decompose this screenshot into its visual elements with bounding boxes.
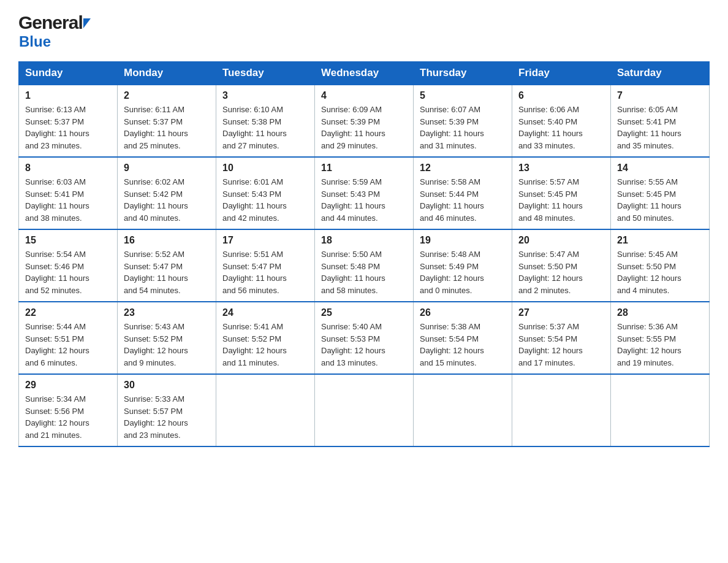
day-info: Sunrise: 5:47 AMSunset: 5:50 PMDaylight:… [518,248,604,296]
day-number: 5 [420,90,506,101]
weekday-header-sunday: Sunday [19,62,118,85]
calendar-cell: 8Sunrise: 6:03 AMSunset: 5:41 PMDaylight… [19,157,118,229]
day-info: Sunrise: 6:05 AMSunset: 5:41 PMDaylight:… [617,104,703,151]
day-number: 21 [617,235,703,246]
calendar-week-2: 8Sunrise: 6:03 AMSunset: 5:41 PMDaylight… [19,157,710,229]
day-number: 1 [25,90,111,101]
day-info: Sunrise: 6:03 AMSunset: 5:41 PMDaylight:… [25,176,111,224]
weekday-header-friday: Friday [512,62,611,85]
calendar-cell: 25Sunrise: 5:40 AMSunset: 5:53 PMDayligh… [315,302,414,374]
weekday-header-row: SundayMondayTuesdayWednesdayThursdayFrid… [19,62,710,85]
weekday-header-wednesday: Wednesday [315,62,414,85]
calendar-table: SundayMondayTuesdayWednesdayThursdayFrid… [18,61,710,447]
day-info: Sunrise: 5:50 AMSunset: 5:48 PMDaylight:… [321,248,407,296]
day-info: Sunrise: 5:38 AMSunset: 5:54 PMDaylight:… [420,321,506,369]
logo-general-text: General [18,12,83,33]
day-info: Sunrise: 5:57 AMSunset: 5:45 PMDaylight:… [518,176,604,224]
calendar-cell: 15Sunrise: 5:54 AMSunset: 5:46 PMDayligh… [19,229,118,302]
day-number: 2 [124,90,210,101]
day-number: 4 [321,90,407,101]
calendar-cell: 9Sunrise: 6:02 AMSunset: 5:42 PMDaylight… [118,157,216,229]
calendar-cell: 5Sunrise: 6:07 AMSunset: 5:39 PMDaylight… [414,85,512,157]
day-info: Sunrise: 5:52 AMSunset: 5:47 PMDaylight:… [124,248,210,296]
day-number: 22 [25,307,111,318]
day-info: Sunrise: 6:10 AMSunset: 5:38 PMDaylight:… [222,104,308,151]
day-number: 9 [124,163,210,174]
day-number: 8 [25,163,111,174]
day-number: 6 [518,90,604,101]
day-number: 30 [124,380,210,391]
calendar-cell: 4Sunrise: 6:09 AMSunset: 5:39 PMDaylight… [315,85,414,157]
calendar-cell: 27Sunrise: 5:37 AMSunset: 5:54 PMDayligh… [512,302,611,374]
calendar-cell: 16Sunrise: 5:52 AMSunset: 5:47 PMDayligh… [118,229,216,302]
calendar-week-4: 22Sunrise: 5:44 AMSunset: 5:51 PMDayligh… [19,302,710,374]
day-number: 7 [617,90,703,101]
day-number: 24 [222,307,308,318]
day-info: Sunrise: 6:13 AMSunset: 5:37 PMDaylight:… [25,104,111,151]
weekday-header-saturday: Saturday [611,62,710,85]
day-number: 17 [222,235,308,246]
day-info: Sunrise: 6:02 AMSunset: 5:42 PMDaylight:… [124,176,210,224]
calendar-week-1: 1Sunrise: 6:13 AMSunset: 5:37 PMDaylight… [19,85,710,157]
calendar-cell: 13Sunrise: 5:57 AMSunset: 5:45 PMDayligh… [512,157,611,229]
calendar-cell: 26Sunrise: 5:38 AMSunset: 5:54 PMDayligh… [414,302,512,374]
day-info: Sunrise: 5:44 AMSunset: 5:51 PMDaylight:… [25,321,111,369]
day-number: 25 [321,307,407,318]
day-number: 14 [617,163,703,174]
day-info: Sunrise: 5:40 AMSunset: 5:53 PMDaylight:… [321,321,407,369]
logo-blue-text: Blue [19,33,51,50]
day-number: 11 [321,163,407,174]
weekday-header-monday: Monday [118,62,216,85]
calendar-cell: 23Sunrise: 5:43 AMSunset: 5:52 PMDayligh… [118,302,216,374]
calendar-cell: 3Sunrise: 6:10 AMSunset: 5:38 PMDaylight… [216,85,315,157]
day-info: Sunrise: 5:58 AMSunset: 5:44 PMDaylight:… [420,176,506,224]
calendar-cell: 18Sunrise: 5:50 AMSunset: 5:48 PMDayligh… [315,229,414,302]
day-number: 28 [617,307,703,318]
calendar-cell: 12Sunrise: 5:58 AMSunset: 5:44 PMDayligh… [414,157,512,229]
day-info: Sunrise: 6:11 AMSunset: 5:37 PMDaylight:… [124,104,210,151]
day-info: Sunrise: 5:36 AMSunset: 5:55 PMDaylight:… [617,321,703,369]
day-info: Sunrise: 5:34 AMSunset: 5:56 PMDaylight:… [25,393,111,441]
calendar-cell [611,374,710,446]
day-number: 19 [420,235,506,246]
calendar-cell: 28Sunrise: 5:36 AMSunset: 5:55 PMDayligh… [611,302,710,374]
calendar-week-3: 15Sunrise: 5:54 AMSunset: 5:46 PMDayligh… [19,229,710,302]
calendar-cell: 14Sunrise: 5:55 AMSunset: 5:45 PMDayligh… [611,157,710,229]
day-number: 12 [420,163,506,174]
calendar-cell: 21Sunrise: 5:45 AMSunset: 5:50 PMDayligh… [611,229,710,302]
day-number: 27 [518,307,604,318]
day-number: 29 [25,380,111,391]
calendar-cell: 7Sunrise: 6:05 AMSunset: 5:41 PMDaylight… [611,85,710,157]
calendar-cell [315,374,414,446]
calendar-cell: 10Sunrise: 6:01 AMSunset: 5:43 PMDayligh… [216,157,315,229]
calendar-cell: 30Sunrise: 5:33 AMSunset: 5:57 PMDayligh… [118,374,216,446]
day-number: 18 [321,235,407,246]
day-number: 15 [25,235,111,246]
calendar-week-5: 29Sunrise: 5:34 AMSunset: 5:56 PMDayligh… [19,374,710,446]
day-number: 10 [222,163,308,174]
calendar-cell: 17Sunrise: 5:51 AMSunset: 5:47 PMDayligh… [216,229,315,302]
logo-general: General [18,12,91,33]
day-number: 26 [420,307,506,318]
calendar-cell: 11Sunrise: 5:59 AMSunset: 5:43 PMDayligh… [315,157,414,229]
day-info: Sunrise: 5:45 AMSunset: 5:50 PMDaylight:… [617,248,703,296]
day-number: 23 [124,307,210,318]
logo-arrow-icon [83,18,91,28]
weekday-header-tuesday: Tuesday [216,62,315,85]
calendar-cell: 29Sunrise: 5:34 AMSunset: 5:56 PMDayligh… [19,374,118,446]
calendar-cell: 22Sunrise: 5:44 AMSunset: 5:51 PMDayligh… [19,302,118,374]
day-info: Sunrise: 6:06 AMSunset: 5:40 PMDaylight:… [518,104,604,151]
logo: General Blue [18,12,91,50]
day-info: Sunrise: 5:41 AMSunset: 5:52 PMDaylight:… [222,321,308,369]
day-info: Sunrise: 6:01 AMSunset: 5:43 PMDaylight:… [222,176,308,224]
day-number: 16 [124,235,210,246]
page-header: General Blue [18,12,710,50]
day-info: Sunrise: 5:33 AMSunset: 5:57 PMDaylight:… [124,393,210,441]
day-info: Sunrise: 5:48 AMSunset: 5:49 PMDaylight:… [420,248,506,296]
calendar-cell: 1Sunrise: 6:13 AMSunset: 5:37 PMDaylight… [19,85,118,157]
calendar-cell [216,374,315,446]
day-number: 13 [518,163,604,174]
calendar-cell [414,374,512,446]
day-info: Sunrise: 5:43 AMSunset: 5:52 PMDaylight:… [124,321,210,369]
day-info: Sunrise: 5:54 AMSunset: 5:46 PMDaylight:… [25,248,111,296]
